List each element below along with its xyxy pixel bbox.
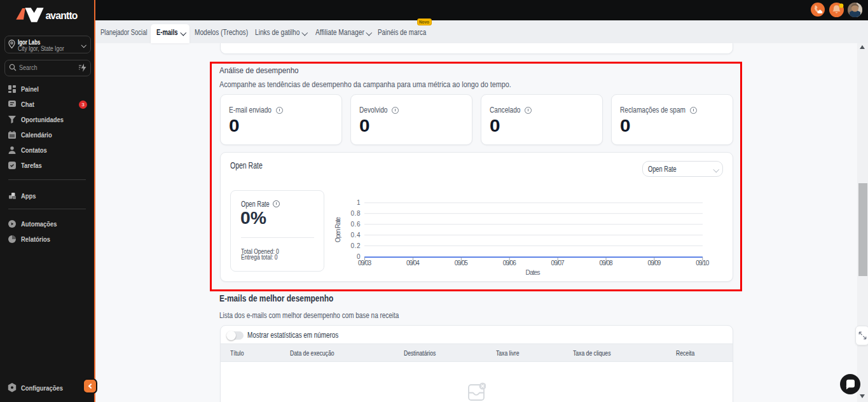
svg-text:avantto: avantto: [45, 10, 78, 21]
